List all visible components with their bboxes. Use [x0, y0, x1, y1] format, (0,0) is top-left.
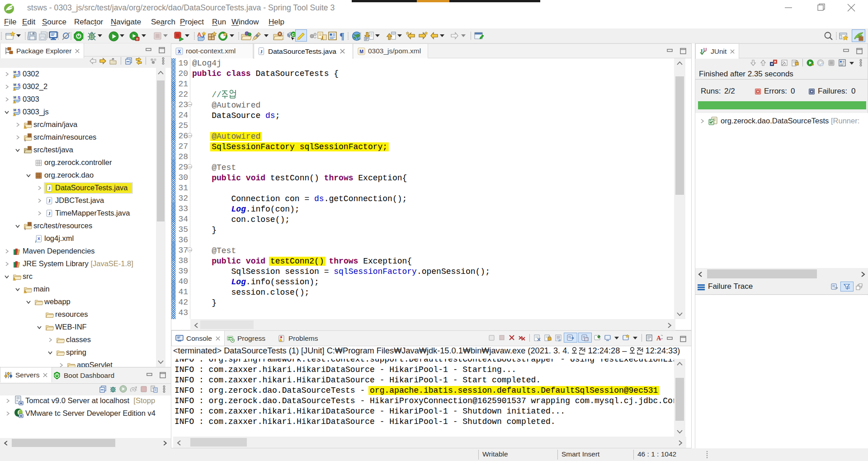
svg-text:!: !	[14, 88, 15, 91]
svg-text:M: M	[359, 48, 363, 54]
svg-text:!: !	[25, 126, 26, 129]
svg-text:M: M	[14, 70, 16, 74]
svg-text:J: J	[48, 198, 50, 203]
svg-text:!: !	[14, 101, 15, 103]
svg-text:S: S	[18, 70, 20, 75]
svg-text:M: M	[14, 108, 16, 112]
svg-text:X: X	[178, 49, 181, 54]
svg-text:J: J	[48, 186, 50, 191]
svg-text:C: C	[292, 33, 295, 37]
svg-text:J: J	[48, 211, 50, 216]
svg-text:¶: ¶	[340, 31, 344, 41]
svg-text:S: S	[18, 83, 20, 87]
svg-text:X: X	[38, 236, 40, 241]
svg-text:!: !	[14, 113, 15, 116]
svg-text:J: J	[260, 49, 263, 54]
svg-text:S: S	[18, 108, 20, 113]
svg-text:!: !	[25, 291, 26, 293]
svg-text:A: A	[656, 335, 661, 342]
svg-text:!: !	[14, 75, 15, 78]
svg-text:M: M	[14, 83, 16, 87]
svg-text:!: !	[14, 278, 15, 281]
svg-text:M: M	[14, 95, 16, 99]
svg-text:S: S	[18, 95, 20, 100]
svg-text:L: L	[710, 119, 712, 122]
